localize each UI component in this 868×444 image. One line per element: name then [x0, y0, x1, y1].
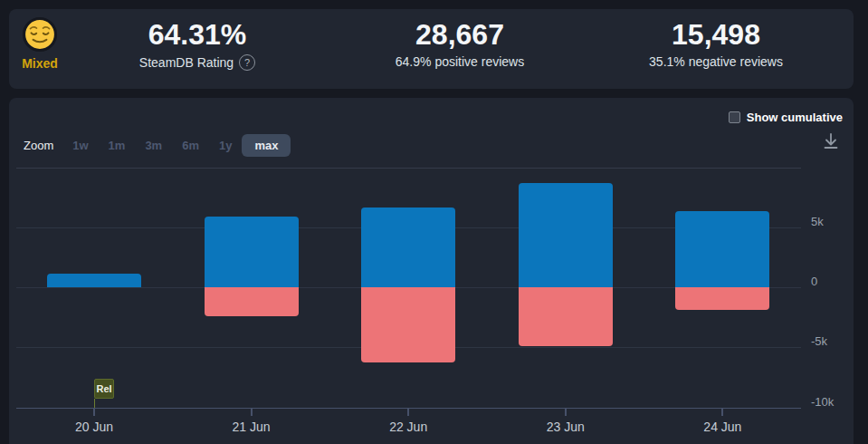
y-axis-label: -5k	[811, 334, 856, 349]
negative-reviews-label: 35.1% negative reviews	[616, 54, 816, 69]
negative-reviews-bar[interactable]	[205, 287, 299, 316]
chart-plot-area: 5k0-5k-10k20 Jun21 Jun22 Jun23 Jun24 Jun…	[9, 98, 854, 444]
positive-reviews-bar[interactable]	[675, 211, 769, 287]
x-axis-label: 23 Jun	[525, 420, 606, 434]
sentiment-block: Mixed	[9, 9, 71, 89]
x-axis-label: 22 Jun	[367, 420, 449, 434]
axis-tick	[721, 409, 723, 416]
positive-reviews-bar[interactable]	[205, 217, 299, 287]
negative-reviews-bar[interactable]	[675, 287, 769, 310]
axis-tick	[407, 409, 409, 416]
steamdb-rating-label: SteamDB Rating	[139, 55, 234, 70]
y-axis-label: 5k	[811, 215, 856, 229]
positive-reviews-bar[interactable]	[519, 183, 613, 287]
negative-reviews-count: 15,498	[616, 18, 816, 51]
positive-reviews-count: 28,667	[360, 18, 559, 51]
x-axis-label: 24 Jun	[682, 420, 763, 434]
axis-tick	[251, 409, 253, 416]
negative-reviews-bar[interactable]	[519, 287, 613, 346]
sentiment-label: Mixed	[9, 56, 71, 71]
release-marker-line	[94, 399, 95, 408]
positive-reviews-label: 64.9% positive reviews	[360, 54, 559, 69]
reviews-chart-panel: Show cumulative Zoom 1w1m3m6m1ymax 5k0-5…	[9, 98, 854, 444]
steamdb-rating-value: 64.31%	[98, 18, 297, 51]
positive-reviews-bar[interactable]	[361, 208, 455, 287]
axis-tick	[93, 409, 95, 416]
x-axis-label: 21 Jun	[211, 420, 292, 434]
relieved-emoji-icon	[9, 16, 71, 54]
negative-reviews-bar[interactable]	[361, 287, 455, 362]
positive-reviews-block: 28,667 64.9% positive reviews	[360, 9, 559, 89]
axis-tick	[565, 409, 567, 416]
release-marker[interactable]: Rel	[94, 379, 114, 399]
help-icon[interactable]: ?	[239, 54, 255, 71]
gridline	[16, 168, 801, 169]
y-axis-label: 0	[811, 275, 856, 289]
rating-summary-panel: Mixed 64.31% SteamDB Rating ? 28,667 64.…	[9, 9, 854, 89]
positive-reviews-bar[interactable]	[47, 274, 141, 287]
x-axis-label: 20 Jun	[53, 420, 135, 434]
steamdb-rating-block: 64.31% SteamDB Rating ?	[98, 9, 297, 89]
negative-reviews-block: 15,498 35.1% negative reviews	[616, 9, 816, 89]
y-axis-label: -10k	[811, 395, 856, 410]
